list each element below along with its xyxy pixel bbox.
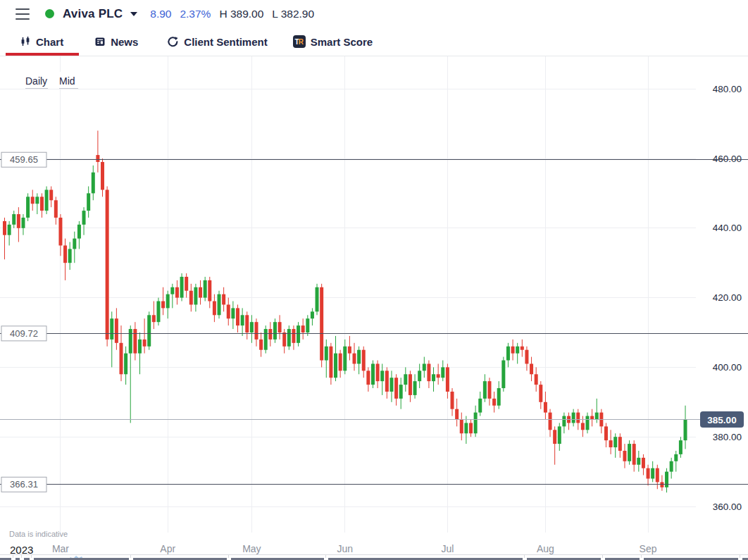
candle <box>268 329 272 340</box>
candle <box>525 350 528 364</box>
candle <box>404 374 407 385</box>
y-axis-label: 400.00 <box>713 362 742 373</box>
price-change-pct: 2.37% <box>180 8 211 20</box>
tipranks-badge-icon: TR <box>293 35 306 48</box>
candle <box>353 354 356 364</box>
candle <box>628 444 631 461</box>
candle <box>166 294 170 309</box>
x-axis-month-label: May <box>242 543 261 554</box>
sentiment-arc-icon <box>167 36 179 48</box>
candle <box>3 221 6 235</box>
candle <box>170 287 174 294</box>
candle <box>464 423 468 433</box>
tab-client-sentiment[interactable]: Client Sentiment <box>167 36 267 48</box>
candle <box>684 420 687 441</box>
candle <box>278 322 282 332</box>
candle <box>185 277 188 291</box>
candle <box>679 440 682 454</box>
interval-selector[interactable]: Daily <box>25 72 48 89</box>
candle <box>213 301 216 316</box>
candle <box>460 420 463 434</box>
price-chart-svg[interactable]: 480.00460.00440.00420.00400.00380.00360.… <box>0 56 748 560</box>
tab-label: Smart Score <box>311 36 373 48</box>
candle <box>26 197 30 218</box>
tab-chart[interactable]: Chart <box>20 36 63 48</box>
candle <box>604 426 608 440</box>
candle <box>21 218 25 228</box>
newspaper-icon <box>94 36 106 47</box>
candle <box>92 173 95 194</box>
candle <box>143 340 147 347</box>
candle <box>511 347 515 354</box>
candle <box>301 325 305 332</box>
candle <box>231 308 235 318</box>
candle <box>423 363 426 371</box>
candle <box>632 444 636 465</box>
data-indicative-note: Data is indicative <box>9 530 68 538</box>
candle <box>96 155 99 162</box>
candle <box>399 385 403 399</box>
price-basis-selector[interactable]: Mid <box>59 72 78 89</box>
candle <box>487 381 491 399</box>
candle <box>129 329 132 354</box>
next-panel-partial-row <box>0 554 748 560</box>
candle <box>254 322 258 340</box>
y-axis-label: 460.00 <box>713 154 742 164</box>
candle <box>325 347 328 361</box>
candle <box>530 363 533 374</box>
candle <box>674 454 678 461</box>
candle <box>506 347 510 361</box>
candle <box>180 277 184 298</box>
candle <box>222 294 225 305</box>
current-price-value: 385.00 <box>707 415 736 425</box>
candle <box>469 423 473 433</box>
candle <box>437 374 440 378</box>
candle <box>245 315 249 332</box>
candle <box>339 354 342 371</box>
candle <box>115 318 118 343</box>
candle <box>133 329 137 354</box>
candle <box>558 426 561 444</box>
candlestick-chart-icon <box>20 36 31 47</box>
price-level-label: 409.72 <box>10 328 38 339</box>
candle <box>441 367 444 378</box>
hamburger-menu-icon[interactable] <box>15 8 30 20</box>
candle <box>535 374 538 385</box>
y-axis-label: 380.00 <box>713 432 742 442</box>
candle <box>544 402 547 413</box>
candle <box>156 301 160 323</box>
candle <box>334 354 337 378</box>
candle <box>54 200 58 218</box>
candle <box>586 416 590 430</box>
candle <box>147 315 151 346</box>
candle <box>77 225 81 239</box>
candle <box>292 329 295 343</box>
chart-area: 480.00460.00440.00420.00400.00380.00360.… <box>0 56 748 560</box>
tab-label: News <box>111 36 138 48</box>
candle <box>12 214 15 225</box>
candle <box>478 399 482 413</box>
candle <box>562 416 566 427</box>
tab-news[interactable]: News <box>94 36 138 48</box>
price-level-label: 459.65 <box>10 154 38 165</box>
candle <box>427 363 430 381</box>
tab-smart-score[interactable]: TR Smart Score <box>293 35 373 48</box>
candle <box>590 416 594 420</box>
candle <box>371 363 375 385</box>
candle <box>194 287 197 305</box>
candle <box>311 311 314 318</box>
candle <box>670 461 673 472</box>
candle <box>73 239 76 249</box>
instrument-selector[interactable]: Aviva PLC <box>63 7 137 21</box>
candle <box>101 162 104 190</box>
candle <box>432 374 435 381</box>
candle <box>120 343 123 374</box>
candle <box>204 280 207 298</box>
candle <box>497 388 501 406</box>
candle <box>516 347 519 354</box>
candle <box>259 340 263 350</box>
y-axis-label: 480.00 <box>713 84 742 94</box>
candle <box>647 468 650 479</box>
candle <box>264 329 268 350</box>
candle <box>576 413 580 423</box>
